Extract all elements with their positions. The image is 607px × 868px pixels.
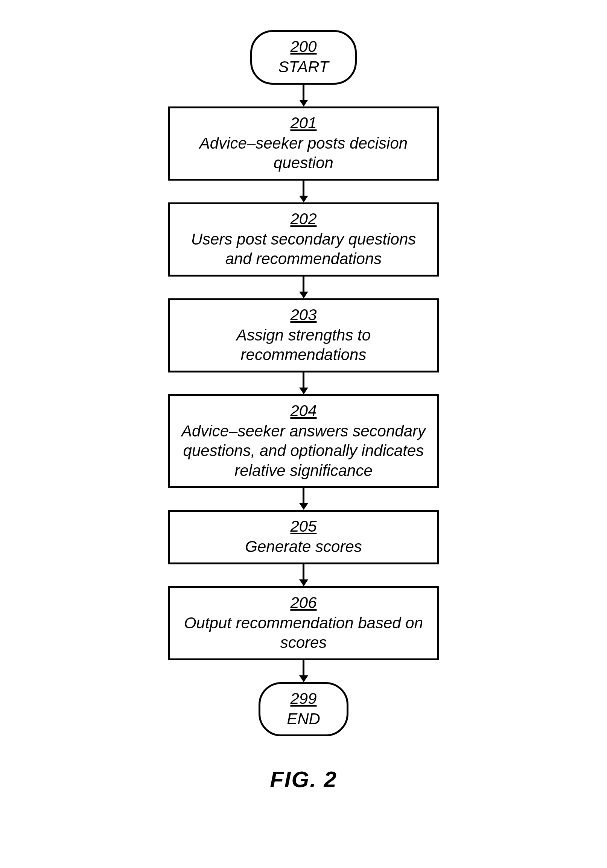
- arrow: [299, 372, 308, 394]
- process-step-206: 206 Output recommendation based on score…: [168, 586, 439, 660]
- arrow: [299, 181, 308, 202]
- arrow: [299, 564, 308, 586]
- step-number: 205: [180, 517, 428, 535]
- process-step-205: 205 Generate scores: [168, 510, 439, 564]
- start-terminal: 200 START: [250, 30, 357, 85]
- step-label: Advice–seeker posts decision question: [199, 134, 408, 172]
- end-terminal: 299 END: [259, 682, 348, 737]
- step-label: Users post secondary questions and recom…: [191, 230, 416, 268]
- arrow: [299, 488, 308, 510]
- step-label: Generate scores: [245, 538, 362, 555]
- step-number: 202: [180, 210, 428, 228]
- arrow: [299, 660, 308, 682]
- step-label: Assign strengths to recommendations: [236, 326, 371, 364]
- process-step-204: 204 Advice–seeker answers secondary ques…: [168, 394, 439, 488]
- process-step-203: 203 Assign strengths to recommendations: [168, 298, 439, 372]
- process-step-202: 202 Users post secondary questions and r…: [168, 202, 439, 276]
- arrow: [299, 276, 308, 298]
- start-label: START: [278, 58, 329, 76]
- process-step-201: 201 Advice–seeker posts decision questio…: [168, 107, 439, 181]
- step-number: 203: [180, 306, 428, 324]
- figure-label: FIG. 2: [270, 766, 337, 792]
- step-label: Advice–seeker answers secondary question…: [182, 422, 425, 479]
- step-number: 204: [180, 402, 428, 420]
- end-number: 299: [287, 690, 320, 708]
- flowchart-container: 200 START 201 Advice–seeker posts decisi…: [168, 30, 439, 736]
- step-label: Output recommendation based on scores: [184, 614, 423, 652]
- step-number: 206: [180, 594, 428, 612]
- arrow: [299, 85, 308, 107]
- start-number: 200: [278, 38, 329, 56]
- step-number: 201: [180, 114, 428, 132]
- end-label: END: [287, 710, 320, 728]
